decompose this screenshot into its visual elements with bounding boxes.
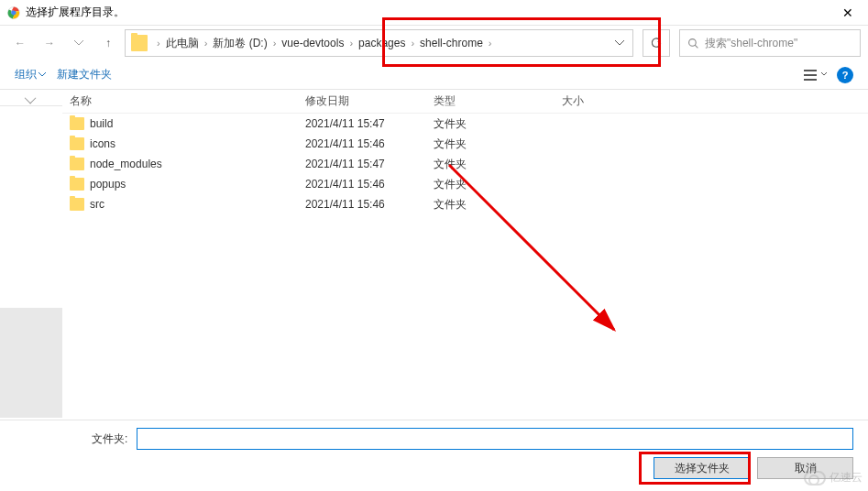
folder-input[interactable] [137, 428, 853, 450]
col-header-modified[interactable]: 修改日期 [305, 93, 434, 109]
file-name: node_modules [90, 158, 162, 170]
file-name: build [90, 117, 113, 130]
breadcrumb-item[interactable]: 新加卷 (D:) [213, 36, 267, 51]
svg-line-3 [695, 45, 698, 48]
folder-label: 文件夹: [92, 431, 127, 447]
dialog-footer: 文件夹: 选择文件夹 取消 [0, 420, 868, 491]
toolbar: 组织 新建文件夹 ? [0, 60, 868, 90]
titlebar-title: 选择扩展程序目录。 [26, 5, 125, 20]
file-modified: 2021/4/11 15:47 [305, 117, 434, 130]
folder-icon [131, 35, 148, 51]
folder-row[interactable]: node_modules2021/4/11 15:47文件夹 [62, 154, 868, 174]
sidebar-collapse[interactable] [0, 93, 62, 106]
chevron-right-icon: › [199, 38, 214, 49]
folder-icon [70, 178, 84, 191]
file-type: 文件夹 [434, 197, 562, 213]
folder-row[interactable]: src2021/4/11 15:46文件夹 [62, 194, 868, 214]
file-name: src [90, 198, 104, 211]
cancel-button[interactable]: 取消 [757, 457, 853, 479]
file-modified: 2021/4/11 15:46 [305, 137, 434, 150]
file-type: 文件夹 [434, 157, 562, 172]
chevron-right-icon: › [151, 38, 166, 49]
up-button[interactable]: ↑ [95, 30, 121, 56]
file-type: 文件夹 [434, 116, 562, 132]
search-input[interactable]: 搜索"shell-chrome" [679, 29, 861, 57]
back-button[interactable]: ← [7, 30, 33, 56]
recent-dropdown[interactable] [66, 30, 92, 56]
navbar: ← → ↑ › 此电脑 › 新加卷 (D:) › vue-devtools › … [0, 26, 868, 60]
col-header-size[interactable]: 大小 [562, 93, 635, 109]
search-icon [687, 38, 699, 49]
chrome-icon [7, 6, 20, 19]
file-list: 名称 修改日期 类型 大小 build2021/4/11 15:47文件夹ico… [62, 90, 868, 418]
svg-rect-6 [804, 79, 817, 81]
svg-rect-4 [804, 70, 817, 71]
search-placeholder: 搜索"shell-chrome" [705, 36, 797, 51]
titlebar-left: 选择扩展程序目录。 [7, 5, 125, 20]
folder-icon [70, 137, 84, 150]
file-modified: 2021/4/11 15:47 [305, 158, 434, 170]
chevron-right-icon: › [344, 38, 358, 49]
breadcrumb-dropdown[interactable] [607, 30, 632, 56]
file-name: icons [90, 137, 115, 150]
file-modified: 2021/4/11 15:46 [305, 178, 434, 191]
help-button[interactable]: ? [837, 67, 853, 83]
organize-menu[interactable]: 组织 [15, 67, 46, 82]
main-area: 名称 修改日期 类型 大小 build2021/4/11 15:47文件夹ico… [0, 90, 868, 418]
chevron-right-icon: › [405, 38, 420, 49]
svg-point-2 [689, 38, 697, 46]
folder-icon [70, 198, 84, 211]
breadcrumb-item[interactable]: vue-devtools [281, 37, 344, 49]
breadcrumb-item[interactable]: shell-chrome [420, 37, 483, 49]
breadcrumb-item[interactable]: packages [358, 37, 405, 49]
file-type: 文件夹 [434, 177, 562, 192]
titlebar: 选择扩展程序目录。 ✕ [0, 0, 868, 26]
chevron-right-icon: › [268, 38, 282, 49]
col-header-type[interactable]: 类型 [434, 93, 562, 109]
select-folder-button[interactable]: 选择文件夹 [654, 457, 750, 479]
close-button[interactable]: ✕ [827, 0, 868, 26]
file-type: 文件夹 [434, 136, 562, 152]
folder-row[interactable]: popups2021/4/11 15:46文件夹 [62, 174, 868, 194]
sidebar[interactable] [0, 90, 62, 418]
forward-button[interactable]: → [37, 30, 62, 56]
svg-rect-5 [804, 74, 817, 76]
folder-icon [70, 117, 84, 130]
column-headers[interactable]: 名称 修改日期 类型 大小 [62, 90, 868, 114]
view-options-button[interactable] [804, 69, 828, 82]
breadcrumb-item[interactable]: 此电脑 [166, 36, 199, 51]
folder-row[interactable]: build2021/4/11 15:47文件夹 [62, 114, 868, 134]
file-modified: 2021/4/11 15:46 [305, 198, 434, 211]
breadcrumb[interactable]: › 此电脑 › 新加卷 (D:) › vue-devtools › packag… [125, 29, 633, 57]
folder-icon [70, 158, 84, 170]
chevron-right-icon: › [483, 38, 498, 49]
col-header-name[interactable]: 名称 [62, 93, 305, 109]
folder-row[interactable]: icons2021/4/11 15:46文件夹 [62, 134, 868, 154]
refresh-button[interactable] [643, 29, 670, 57]
sidebar-scrollbar[interactable] [0, 308, 62, 418]
file-name: popups [90, 178, 126, 191]
new-folder-button[interactable]: 新建文件夹 [57, 67, 112, 82]
